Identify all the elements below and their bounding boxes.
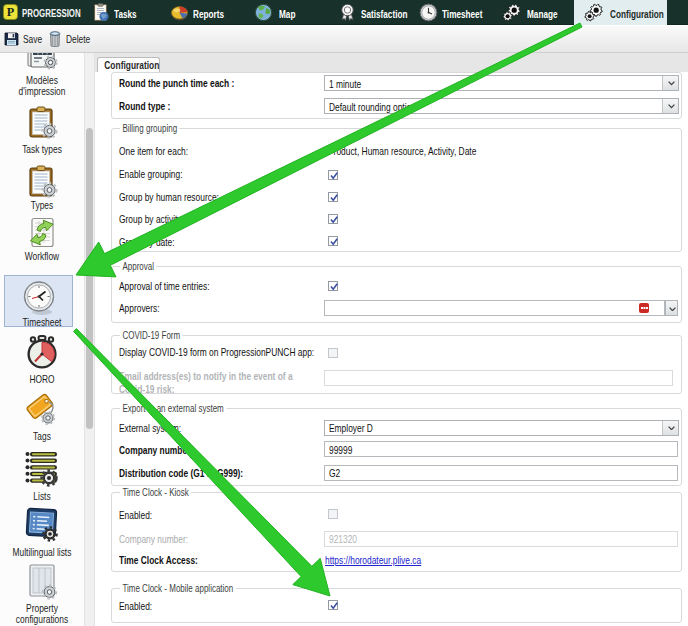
nav-item-tasks-label: Tasks (114, 8, 137, 20)
nav-item-manage-label: Manage (527, 8, 557, 20)
external-system-dropdown-arrow-icon (662, 421, 678, 435)
covid-email-label: Email address(es) to notify in the event… (119, 370, 293, 395)
kiosk-enabled-checkbox[interactable] (328, 509, 338, 519)
save-button-label: Save (23, 33, 42, 45)
one-item-label: One item for each: (119, 145, 188, 157)
covid-email-label-line2: Covid-19 risk: (119, 383, 293, 395)
sidebar-item-property-configurations-label: Propertyconfigurations (8, 603, 75, 625)
sidebar-item-label-line: Lists (8, 491, 75, 502)
delete-button[interactable] (46, 0, 96, 27)
chevron-down-icon (668, 81, 675, 86)
approval-time-entries-label: Approval of time entries: (119, 280, 210, 292)
nav-item-satisfaction-label: Satisfaction (361, 8, 407, 20)
sidebar-item-workflow-label: Workflow (8, 251, 75, 262)
company-number-value: 99999 (329, 444, 352, 456)
company-number-input[interactable]: 99999 (324, 441, 678, 457)
sidebar-item-timesheet-label: Timesheet (8, 317, 75, 328)
billing-grouping-legend: Billing grouping (120, 123, 180, 134)
nav-item-map-label: Map (279, 8, 295, 20)
kiosk-company-number-label: Company number: (119, 533, 188, 545)
one-item-value: Product, Human resource, Activity, Date (328, 145, 476, 157)
sidebar-item-label-line: Workflow (8, 251, 75, 262)
sidebar-item-label-line: configurations (8, 614, 75, 625)
sidebar-item-lists-label: Lists (8, 491, 75, 502)
red-ellipsis-icon[interactable] (639, 303, 649, 313)
round-each-dropdown-arrow-icon (662, 76, 678, 90)
document-recycle-arrows-icon (25, 216, 59, 250)
chevron-down-icon (668, 426, 675, 431)
group-by-activity-checkbox[interactable] (328, 214, 338, 224)
sidebar: Modèlesd'impression Task (0, 53, 84, 626)
enable-grouping-label: Enable grouping: (119, 168, 183, 180)
mobile-enabled-checkbox[interactable] (328, 600, 338, 610)
sidebar-item-horo-label: HORO (8, 374, 75, 385)
enable-grouping-checkbox[interactable] (328, 170, 338, 180)
group-by-hr-checkbox[interactable] (328, 192, 338, 202)
covid-display-checkbox[interactable] (328, 348, 338, 358)
sidebar-item-types-label: Types (8, 200, 75, 211)
mobile-legend: Time Clock - Mobile application (120, 583, 236, 594)
clipboard-gear-icon-2 (25, 165, 59, 199)
tab-configuration[interactable]: Configuration (97, 57, 160, 72)
sidebar-scrollbar-thumb[interactable] (86, 128, 93, 429)
round-each-select[interactable]: 1 minute (324, 75, 679, 91)
round-type-dropdown-arrow-icon (662, 99, 678, 113)
covid-email-input[interactable] (324, 370, 673, 386)
top-navbar: P PROGRESSION Tasks (0, 0, 688, 25)
round-type-select[interactable]: Default rounding option (324, 98, 679, 114)
clipboard-gear-icon-1 (25, 106, 59, 140)
mobile-fieldset: Time Clock - Mobile application (111, 588, 682, 623)
checkmark-icon (329, 237, 339, 247)
sidebar-item-timesheet[interactable]: Timesheet (4, 275, 73, 327)
app-window: P PROGRESSION Tasks (0, 0, 688, 626)
stopwatch-icon (24, 334, 60, 370)
checkmark-icon (329, 171, 339, 181)
chevron-down-icon (669, 307, 676, 312)
analog-clock-icon (21, 279, 59, 317)
sidebar-item-label-line: Timesheet (8, 317, 75, 328)
group-by-date-label: Group by date: (119, 236, 175, 248)
external-system-label: External system: (119, 422, 181, 434)
kiosk-enabled-label: Enabled: (119, 509, 152, 521)
approvers-input[interactable] (324, 300, 665, 316)
approvers-dropdown-button[interactable] (665, 300, 678, 316)
kiosk-company-number-input[interactable]: 921320 (324, 531, 678, 547)
checkmark-icon (329, 282, 339, 292)
blue-window-list-gear-icon (25, 507, 59, 543)
sidebar-item-label-line: Tags (8, 431, 75, 442)
manage-gears-icon (502, 3, 521, 22)
timesheet-clock-icon (419, 3, 438, 22)
satisfaction-medal-icon (338, 3, 357, 22)
print-template-gear-icon (25, 53, 59, 72)
covid-legend: COVID-19 Form (120, 330, 183, 341)
covid-display-label: Display COVID-19 form on ProgressionPUNC… (119, 346, 314, 358)
chevron-down-icon (668, 104, 675, 109)
sidebar-item-label-line: Multilingual lists (8, 547, 75, 558)
external-system-select[interactable]: Employer D (324, 420, 679, 436)
sidebar-item-tags-label: Tags (8, 431, 75, 442)
distribution-code-value: G2 (329, 467, 340, 479)
configuration-gears-icon (584, 3, 603, 22)
kiosk-legend: Time Clock - Kiosk (120, 487, 191, 498)
approval-time-entries-checkbox[interactable] (328, 281, 338, 291)
map-globe-icon (254, 3, 273, 22)
company-number-label: Company number: (119, 444, 193, 456)
time-clock-access-label: Time Clock Access: (119, 554, 198, 566)
mobile-enabled-label: Enabled: (119, 600, 152, 612)
nav-item-configuration[interactable]: Configuration (574, 0, 667, 25)
nav-item-timesheet-label: Timesheet (442, 8, 482, 20)
time-clock-access-link[interactable]: https://horodateur.plive.ca (325, 554, 421, 566)
checkmark-icon (329, 215, 339, 225)
group-by-activity-label: Group by activity: (119, 213, 184, 225)
window-gear-icon (25, 563, 59, 601)
floppy-disk-icon (4, 32, 19, 46)
sidebar-item-label-line: Task types (8, 144, 75, 155)
distribution-code-label: Distribution code (G1 to G999): (119, 467, 243, 479)
tab-configuration-label: Configuration (104, 59, 154, 71)
checkmark-icon (329, 193, 339, 203)
sidebar-item-task-types-label: Task types (8, 144, 75, 155)
round-type-label: Round type : (119, 100, 170, 112)
group-by-date-checkbox[interactable] (328, 236, 338, 246)
distribution-code-input[interactable]: G2 (324, 465, 678, 481)
sidebar-item-label-line: Types (8, 200, 75, 211)
